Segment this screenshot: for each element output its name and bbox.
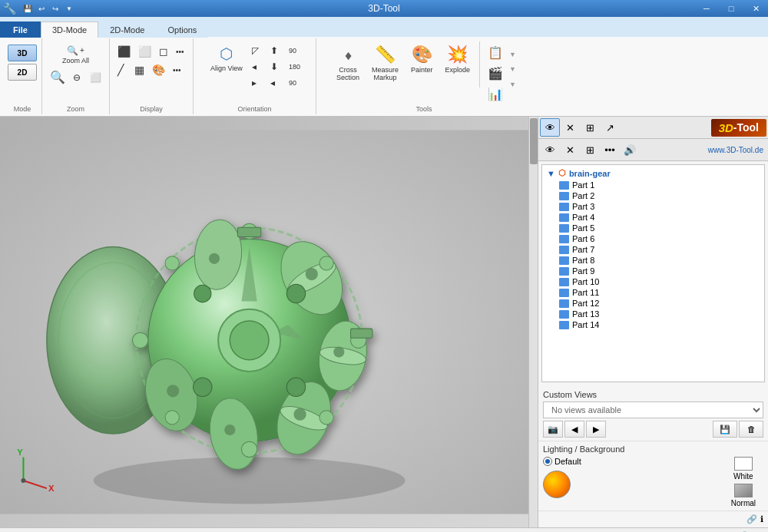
- align-view-btn[interactable]: ⬡ Align View: [206, 41, 247, 75]
- tool-extra-3[interactable]: 📊: [485, 84, 506, 104]
- panel-x-btn[interactable]: ✕: [560, 140, 580, 159]
- custom-views-select[interactable]: No views available: [543, 401, 763, 418]
- orient-7-btn[interactable]: ▸: [249, 75, 266, 91]
- cv-camera-btn[interactable]: 📷: [543, 421, 563, 438]
- scrollbar-thumb[interactable]: [530, 118, 538, 164]
- tab-options[interactable]: Options: [156, 21, 208, 38]
- lighting-default-option[interactable]: Default: [543, 457, 581, 466]
- tool-extra-1[interactable]: 📋: [485, 43, 506, 62]
- panel-select-btn[interactable]: ↗: [600, 118, 620, 137]
- undo-btn[interactable]: ↩: [35, 2, 48, 15]
- mode-2d-btn[interactable]: 2D: [8, 64, 37, 81]
- orient-4-btn[interactable]: ◂: [249, 59, 266, 74]
- tree-root[interactable]: ▼ ⬡ brain-gear: [544, 167, 763, 180]
- cv-delete-btn[interactable]: 🗑: [739, 421, 763, 438]
- quick-access-toolbar: 💾 ↩ ↪ ▼: [22, 2, 75, 15]
- tab-3dmode[interactable]: 3D-Mode: [41, 21, 98, 38]
- display-more-btn[interactable]: •••: [173, 43, 188, 60]
- svg-rect-34: [351, 329, 372, 338]
- part-icon: [559, 213, 569, 222]
- panel-more-btn[interactable]: •••: [600, 140, 620, 159]
- cross-section-btn[interactable]: ⬧ Cross Section: [332, 41, 364, 84]
- display-solid-btn[interactable]: ⬛: [114, 43, 134, 60]
- lighting-default-radio[interactable]: [543, 457, 552, 466]
- toolbar-dropdown-1[interactable]: ▼: [509, 51, 516, 58]
- help-icon[interactable]: 🔗: [746, 514, 757, 524]
- toolbar-dropdown-2[interactable]: ▼: [509, 65, 516, 73]
- panel-toolbar-2: 👁 ✕ ⊞ ••• 🔊 www.3D-Tool.de: [538, 139, 768, 161]
- cv-save-btn[interactable]: 💾: [713, 421, 737, 438]
- display-wireframe-btn[interactable]: ⬜: [135, 43, 154, 60]
- orient-2-btn[interactable]: ⬆: [267, 43, 285, 58]
- bg-normal-swatch[interactable]: [734, 484, 753, 497]
- orient-8-btn[interactable]: ◂: [267, 75, 285, 91]
- tree-item[interactable]: Part 14: [544, 319, 763, 330]
- tree-item[interactable]: Part 4: [544, 212, 763, 223]
- tree-item[interactable]: Part 8: [544, 255, 763, 266]
- cv-next-btn[interactable]: ▶: [586, 421, 606, 438]
- tree-item[interactable]: Part 7: [544, 244, 763, 255]
- panel-eye2-btn[interactable]: 👁: [540, 140, 560, 159]
- panel-close-btn[interactable]: ✕: [560, 118, 580, 137]
- bg-white-swatch[interactable]: [734, 457, 753, 471]
- painter-btn[interactable]: 🎨 Painter: [406, 41, 438, 77]
- orient-1-btn[interactable]: ◸: [249, 43, 266, 58]
- 3d-model-svg: X Y: [0, 117, 538, 527]
- part-icon: [559, 299, 569, 308]
- info-icon[interactable]: ℹ: [760, 514, 763, 524]
- svg-point-26: [132, 332, 147, 348]
- tree-item[interactable]: Part 5: [544, 223, 763, 233]
- explode-icon: 💥: [447, 45, 468, 64]
- tool-extra-2[interactable]: 🎬: [485, 64, 506, 83]
- zoom-all-btn[interactable]: 🔍+ Zoom All: [57, 43, 95, 68]
- lighting-label: Lighting / Background: [543, 444, 763, 454]
- part-icon: [559, 224, 569, 233]
- ribbon-group-mode: 3D 2D Mode: [3, 38, 42, 114]
- viewport[interactable]: X Y: [0, 117, 538, 527]
- zoom-window-btn[interactable]: ⬜: [87, 69, 104, 86]
- cross-section-icon: ⬧: [343, 45, 353, 64]
- panel-grid2-btn[interactable]: ⊞: [580, 140, 600, 159]
- redo-btn[interactable]: ↪: [49, 2, 61, 15]
- zoom-in-btn[interactable]: 🔍: [47, 69, 68, 86]
- panel-speaker-btn[interactable]: 🔊: [620, 140, 640, 159]
- tree-item[interactable]: Part 9: [544, 266, 763, 276]
- display-shade-btn[interactable]: ▦: [131, 61, 147, 78]
- close-btn[interactable]: ✕: [743, 0, 768, 17]
- display-more2-btn[interactable]: •••: [170, 61, 185, 78]
- orient-5-btn[interactable]: ⬇: [267, 59, 285, 74]
- tree-item[interactable]: Part 2: [544, 190, 763, 201]
- panel-eye-btn[interactable]: 👁: [540, 118, 560, 137]
- tab-file[interactable]: File: [0, 21, 41, 38]
- save-btn[interactable]: 💾: [22, 2, 34, 15]
- custom-views-controls: 📷 ◀ ▶ 💾 🗑: [543, 421, 763, 438]
- panel-grid-btn[interactable]: ⊞: [580, 118, 600, 137]
- maximize-btn[interactable]: □: [719, 0, 743, 17]
- measure-markup-btn[interactable]: 📏 Measure Markup: [367, 41, 403, 84]
- cv-prev-btn[interactable]: ◀: [564, 421, 584, 438]
- tree-item[interactable]: Part 11: [544, 287, 763, 298]
- display-lines-btn[interactable]: ╱: [114, 61, 130, 78]
- explode-btn[interactable]: 💥 Explode: [441, 41, 475, 77]
- svg-point-24: [209, 253, 220, 264]
- tab-2dmode[interactable]: 2D-Mode: [98, 21, 156, 38]
- viewport-scrollbar[interactable]: [528, 117, 538, 527]
- tree-item[interactable]: Part 6: [544, 233, 763, 244]
- tree-item[interactable]: Part 13: [544, 309, 763, 319]
- orient-6-btn[interactable]: 180: [286, 59, 303, 74]
- tree-item[interactable]: Part 3: [544, 201, 763, 212]
- zoom-out-btn[interactable]: ⊖: [70, 69, 85, 86]
- mode-3d-btn[interactable]: 3D: [8, 45, 37, 61]
- display-color-btn[interactable]: 🎨: [149, 61, 168, 78]
- orient-9-btn[interactable]: 90: [286, 75, 303, 91]
- orient-3-btn[interactable]: 90: [286, 43, 303, 58]
- tree-item[interactable]: Part 12: [544, 298, 763, 309]
- toolbar-dropdown-3[interactable]: ▼: [509, 81, 516, 88]
- ribbon-group-tools: ⬧ Cross Section 📏 Measure Markup 🎨 Paint…: [316, 38, 531, 114]
- display-transparent-btn[interactable]: ◻: [156, 43, 171, 60]
- dropdown-arrow[interactable]: ▼: [63, 2, 75, 15]
- tree-item[interactable]: Part 10: [544, 276, 763, 287]
- tree-item[interactable]: Part 1: [544, 180, 763, 190]
- minimize-btn[interactable]: ─: [694, 0, 719, 17]
- tree-view[interactable]: ▼ ⬡ brain-gear Part 1Part 2Part 3Part 4P…: [541, 164, 765, 382]
